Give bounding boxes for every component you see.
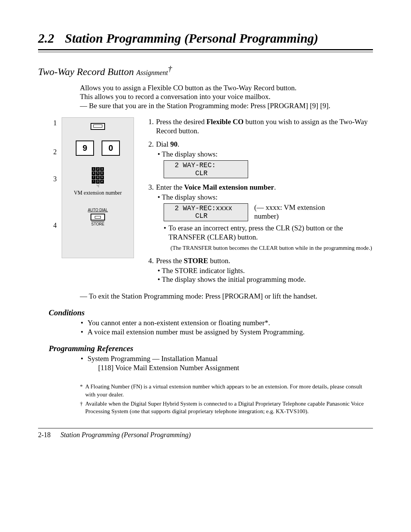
- step3-erase: • To erase an incorrect entry, press the…: [164, 224, 373, 242]
- heading-rule: [38, 49, 373, 52]
- co-slot-icon: [93, 125, 102, 128]
- step3-bullets: The display shows:: [144, 193, 373, 202]
- dagger-text: Available when the Digital Super Hybrid …: [85, 400, 373, 415]
- step2-idx: 2.: [144, 140, 156, 149]
- refs-list: System Programming — Installation Manual: [38, 354, 373, 363]
- page: 2.2Station Programming (Personal Program…: [0, 0, 411, 532]
- display-annotation: (— xxxx: VM extension number): [254, 203, 338, 221]
- conditions-list: You cannot enter a non-existent extensio…: [38, 318, 373, 337]
- dn3: 3: [53, 175, 62, 184]
- star-symbol: *: [80, 383, 85, 398]
- subsection-sub: Assignment: [136, 69, 168, 76]
- cond-1: You cannot enter a non-existent extensio…: [88, 318, 373, 328]
- display-box-1: 2 WAY-REC: CLR: [164, 160, 248, 178]
- dagger: †: [168, 64, 172, 73]
- step4-idx: 4.: [144, 256, 156, 265]
- footnote-star: * A Floating Number (FN) is a virtual ex…: [80, 383, 373, 398]
- keypad-icon: 123 456 789 *0#: [92, 167, 104, 184]
- conditions-heading: Conditions: [49, 308, 373, 318]
- display-box-2: 2 WAY-REC:xxxx CLR: [164, 203, 248, 221]
- co-button-icon: [91, 123, 105, 130]
- store-label: STORE: [91, 221, 104, 227]
- refs-heading: Programming References: [49, 343, 373, 353]
- step2-bullets: The display shows:: [144, 150, 373, 159]
- step-2: 2. Dial 90. The display shows: 2 WAY-REC…: [144, 140, 373, 178]
- page-footer: 2-18 Station Programming (Personal Progr…: [38, 428, 373, 439]
- step-1: 1. Press the desired Flexible CO button …: [144, 117, 373, 136]
- section-number: 2.2: [38, 31, 54, 45]
- subsection-main: Two-Way Record Button: [38, 66, 136, 77]
- vm-ext-label: VM extension number: [74, 190, 122, 197]
- section-heading: 2.2Station Programming (Personal Program…: [38, 30, 373, 47]
- key-9: 9: [76, 141, 94, 156]
- intro-block: Allows you to assign a Flexible CO butto…: [80, 83, 373, 110]
- footer-title: Station Programming (Personal Programmin…: [61, 431, 191, 439]
- steps-area: 1 2 3 4 9 0 123 456 789 *0#: [38, 117, 373, 289]
- step3-text: Enter the Voice Mail extension number.: [156, 183, 276, 192]
- footnote-dagger: † Available when the Digital Super Hybri…: [80, 400, 373, 415]
- intro-line-1: Allows you to assign a Flexible CO butto…: [80, 83, 373, 93]
- step3-idx: 3.: [144, 183, 156, 192]
- steps-column: 1. Press the desired Flexible CO button …: [144, 117, 373, 289]
- dn2: 2: [53, 148, 62, 157]
- section-title-text: Station Programming (Personal Programmin…: [65, 31, 319, 45]
- diagram-wrap: 1 2 3 4 9 0 123 456 789 *0#: [53, 117, 134, 258]
- step-3: 3. Enter the Voice Mail extension number…: [144, 183, 373, 252]
- step-4: 4. Press the STORE button. The STORE ind…: [144, 256, 373, 284]
- step2-b1: The display shows:: [158, 150, 373, 159]
- dagger-symbol: †: [80, 400, 85, 415]
- ref-1: System Programming — Installation Manual: [88, 354, 373, 363]
- step1-text: Press the desired Flexible CO button you…: [156, 117, 373, 136]
- store-button-icon: AUTO DIAL STORE: [88, 208, 108, 227]
- footnotes: * A Floating Number (FN) is a virtual ex…: [80, 383, 373, 415]
- page-number: 2-18: [38, 431, 51, 439]
- step4-b1: The STORE indicator lights.: [158, 266, 373, 275]
- auto-dial-label: AUTO DIAL: [88, 208, 108, 213]
- intro-line-3: — Be sure that you are in the Station Pr…: [80, 101, 373, 110]
- step4-b2: The display shows the initial programmin…: [158, 275, 373, 284]
- step3-note: (The TRANSFER button becomes the CLEAR b…: [170, 244, 373, 252]
- subsection-title: Two-Way Record Button Assignment†: [38, 64, 373, 78]
- step1-idx: 1.: [144, 117, 156, 136]
- step4-text: Press the STORE button.: [156, 256, 230, 265]
- hand-icon: ☟: [96, 184, 100, 187]
- exit-line: — To exit the Station Programming mode: …: [80, 292, 373, 301]
- step4-bullets: The STORE indicator lights. The display …: [144, 266, 373, 284]
- key-row: 9 0: [76, 141, 120, 156]
- dn4: 4: [53, 221, 62, 230]
- step2-text: Dial 90.: [156, 140, 179, 149]
- diagram-step-numbers: 1 2 3 4: [53, 117, 62, 251]
- steps-list: 1. Press the desired Flexible CO button …: [144, 117, 373, 284]
- key-0: 0: [102, 141, 120, 156]
- intro-line-2: This allows you to record a conversation…: [80, 92, 373, 101]
- star-text: A Floating Number (FN) is a virtual exte…: [85, 383, 373, 398]
- cond-2: A voice mail extension number must be as…: [88, 328, 373, 337]
- phone-diagram: 9 0 123 456 789 *0# ☟ VM extension numbe…: [62, 117, 134, 258]
- step3-b1: The display shows:: [158, 193, 373, 202]
- store-btn-frame: [91, 214, 105, 220]
- dn1: 1: [53, 119, 62, 128]
- ref-1-sub: [118] Voice Mail Extension Number Assign…: [98, 363, 373, 372]
